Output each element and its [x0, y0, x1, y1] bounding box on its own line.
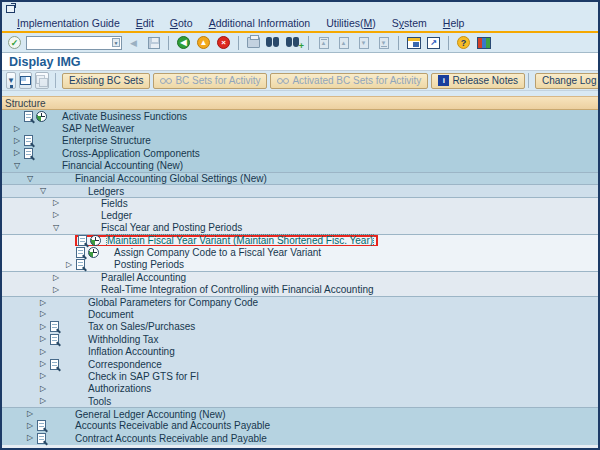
- find-next-icon[interactable]: +: [285, 35, 302, 51]
- tree-row[interactable]: ▷Ledger: [2, 209, 598, 221]
- expand-node-icon[interactable]: ▷: [10, 137, 24, 145]
- collapse-node-icon[interactable]: ▽: [36, 187, 50, 195]
- tree-row[interactable]: Maintain Fiscal Year Variant (Maintain S…: [2, 234, 598, 246]
- tree-item-label[interactable]: Real-Time Integration of Controlling wit…: [101, 284, 374, 295]
- tree-row[interactable]: ▷Cross-Application Components: [2, 147, 598, 159]
- tree-item-label[interactable]: Fiscal Year and Posting Periods: [101, 222, 242, 233]
- tree-item-label[interactable]: Ledgers: [88, 186, 124, 197]
- tree-row[interactable]: ▷Global Parameters for Company Code: [2, 296, 598, 308]
- img-documentation-icon[interactable]: [24, 111, 33, 122]
- tree-row[interactable]: ▽Financial Accounting Global Settings (N…: [2, 172, 598, 184]
- expand-node-icon[interactable]: ▷: [36, 323, 50, 331]
- enter-icon[interactable]: ✓: [6, 35, 23, 51]
- tree-item-label[interactable]: Authorizations: [88, 383, 151, 394]
- menu-item-help[interactable]: Help: [436, 16, 472, 30]
- tree-row[interactable]: ▷Enterprise Structure: [2, 135, 598, 147]
- tree-row[interactable]: ▽Ledgers: [2, 184, 598, 196]
- tree-row[interactable]: ▷Tax on Sales/Purchases: [2, 321, 598, 333]
- tree-row[interactable]: ▷Document: [2, 308, 598, 320]
- tree-item-label[interactable]: Tax on Sales/Purchases: [88, 321, 195, 332]
- menu-item-goto[interactable]: Goto: [163, 16, 200, 30]
- execute-activity-icon[interactable]: [90, 235, 101, 246]
- expand-node-icon[interactable]: ▷: [49, 286, 63, 294]
- tree-row[interactable]: ▷General Ledger Accounting (New): [2, 407, 598, 419]
- expand-node-icon[interactable]: ▷: [49, 274, 63, 282]
- create-shortcut-icon[interactable]: ↗: [425, 35, 442, 51]
- expand-node-icon[interactable]: ▷: [23, 434, 37, 442]
- tree-item-label[interactable]: Fields: [101, 198, 128, 209]
- img-documentation-icon[interactable]: [50, 321, 59, 332]
- expand-node-icon[interactable]: ▷: [49, 199, 63, 207]
- existing-bc-sets-button[interactable]: Existing BC Sets: [62, 73, 150, 89]
- tree-item-label[interactable]: Global Parameters for Company Code: [88, 297, 258, 308]
- img-documentation-icon[interactable]: [24, 135, 33, 146]
- tree-item-label[interactable]: Financial Accounting (New): [62, 160, 183, 171]
- tree-item-label[interactable]: Maintain Fiscal Year Variant (Maintain S…: [107, 235, 373, 246]
- tree-item-label[interactable]: Activate Business Functions: [62, 111, 187, 122]
- expand-node-icon[interactable]: ▷: [36, 372, 50, 380]
- tree-item-label[interactable]: Parallel Accounting: [101, 272, 186, 283]
- tree-item-label[interactable]: Accounts Receivable and Accounts Payable: [75, 420, 270, 431]
- tree-item-label[interactable]: SAP NetWeaver: [62, 123, 134, 134]
- expand-node-icon[interactable]: ▷: [10, 125, 24, 133]
- tree-row[interactable]: ▷SAP NetWeaver: [2, 122, 598, 134]
- menu-item-additional-information[interactable]: Additional Information: [202, 16, 318, 30]
- tree-item-label[interactable]: Withholding Tax: [88, 334, 158, 345]
- expand-node-icon[interactable]: ▷: [36, 348, 50, 356]
- new-session-icon[interactable]: [405, 35, 422, 51]
- execute-activity-icon[interactable]: [88, 247, 99, 258]
- collapse-command-field-icon[interactable]: ◀: [125, 35, 142, 51]
- tree-row[interactable]: ▷Correspondence: [2, 358, 598, 370]
- expand-node-icon[interactable]: ▷: [36, 385, 50, 393]
- menu-item-implementation-guide[interactable]: Implementation Guide: [10, 16, 127, 30]
- release-notes-button[interactable]: iRelease Notes: [431, 73, 525, 89]
- menu-item-edit[interactable]: Edit: [129, 16, 161, 30]
- command-input[interactable]: [28, 37, 112, 48]
- detail-screen-icon[interactable]: [19, 72, 32, 89]
- tree-row[interactable]: ▷Contract Accounts Receivable and Payabl…: [2, 432, 598, 444]
- find-icon[interactable]: [265, 35, 282, 51]
- expand-node-icon[interactable]: ▷: [36, 310, 50, 318]
- tree-item-label[interactable]: Posting Periods: [114, 259, 184, 270]
- collapse-node-icon[interactable]: ▽: [23, 175, 37, 183]
- help-icon[interactable]: ?: [455, 35, 472, 51]
- tree-row[interactable]: ▷Authorizations: [2, 383, 598, 395]
- tree-row[interactable]: ▷Withholding Tax: [2, 333, 598, 345]
- tree-row[interactable]: ▷Check in SAP GTS for FI: [2, 370, 598, 382]
- img-documentation-icon[interactable]: [76, 247, 85, 258]
- img-documentation-icon[interactable]: [76, 259, 85, 270]
- expand-node-icon[interactable]: ▷: [36, 299, 50, 307]
- expand-node-icon[interactable]: ▷: [23, 422, 37, 430]
- expand-node-icon[interactable]: ▷: [49, 211, 63, 219]
- tree-item-label[interactable]: Ledger: [101, 210, 132, 221]
- tree-item-label[interactable]: General Ledger Accounting (New): [75, 409, 226, 420]
- tree-item-label[interactable]: Financial Accounting Global Settings (Ne…: [75, 173, 267, 184]
- change-log-button[interactable]: Change Log: [535, 73, 600, 89]
- img-documentation-icon[interactable]: [50, 334, 59, 345]
- img-documentation-icon[interactable]: [37, 420, 46, 431]
- menu-item-system[interactable]: System: [385, 16, 434, 30]
- tree-item-label[interactable]: Correspondence: [88, 359, 162, 370]
- tree-row[interactable]: ▽Financial Accounting (New): [2, 160, 598, 172]
- expand-node-icon[interactable]: ▷: [62, 261, 76, 269]
- filter-icon[interactable]: ▼: [6, 72, 16, 89]
- expand-node-icon[interactable]: ▷: [10, 149, 24, 157]
- back-icon[interactable]: ◀: [175, 35, 192, 51]
- tree-row[interactable]: ▷Parallel Accounting: [2, 271, 598, 283]
- tree-item-label[interactable]: Tools: [88, 396, 111, 407]
- command-field[interactable]: ▼: [26, 36, 122, 50]
- tree-row[interactable]: ▷Inflation Accounting: [2, 345, 598, 357]
- img-documentation-icon[interactable]: [78, 235, 87, 246]
- tree-row[interactable]: ▷Real-Time Integration of Controlling wi…: [2, 283, 598, 295]
- customize-layout-icon[interactable]: [475, 35, 492, 51]
- tree-row[interactable]: ▽Fiscal Year and Posting Periods: [2, 222, 598, 234]
- tree-item-label[interactable]: Check in SAP GTS for FI: [88, 371, 199, 382]
- expand-node-icon[interactable]: ▷: [23, 410, 37, 418]
- tree-row[interactable]: ▷Fields: [2, 197, 598, 209]
- collapse-node-icon[interactable]: ▽: [49, 224, 63, 232]
- execute-activity-icon[interactable]: [36, 111, 47, 122]
- tree-item-label[interactable]: Assign Company Code to a Fiscal Year Var…: [114, 247, 321, 258]
- expand-node-icon[interactable]: ▷: [36, 397, 50, 405]
- exit-icon[interactable]: ▲: [195, 35, 212, 51]
- system-menu-icon[interactable]: [6, 5, 15, 13]
